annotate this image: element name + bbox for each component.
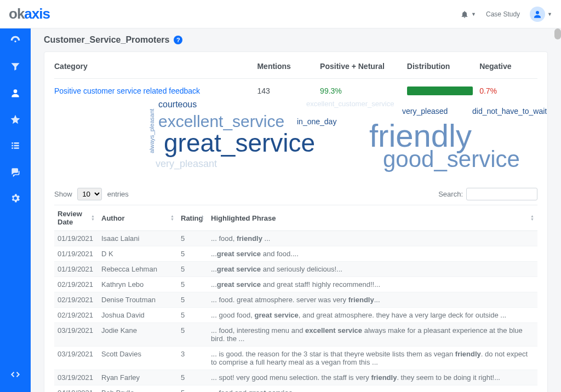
- table-row: 01/19/2021Rebecca Lehman5...great servic…: [54, 262, 537, 277]
- logo-part2: axis: [24, 5, 50, 22]
- category-link[interactable]: Positive customer service related feedba…: [54, 87, 200, 95]
- cell-phrase: ... food and great service...: [208, 385, 537, 393]
- th-mentions: Mentions: [257, 62, 290, 71]
- table-row: 01/19/2021D K5...great service and food.…: [54, 246, 537, 262]
- cell-rating: 5: [178, 262, 208, 277]
- cell-rating: 5: [178, 323, 208, 347]
- svg-point-0: [536, 11, 539, 14]
- caret-down-icon: ▼: [471, 11, 476, 17]
- wordcloud-term[interactable]: good_service: [383, 146, 520, 172]
- avatar-icon: [530, 7, 545, 22]
- svg-rect-3: [12, 142, 13, 144]
- th-author[interactable]: Author▲▼: [98, 205, 178, 231]
- cell-date: 03/19/2021: [54, 370, 98, 385]
- cell-phrase: ...great service and food....: [208, 246, 537, 262]
- table-row: 04/19/2021Bob Brullo5... food and great …: [54, 385, 537, 393]
- cell-rating: 5: [178, 292, 208, 308]
- scrollbar-thumb[interactable]: [554, 28, 561, 39]
- wordcloud-term[interactable]: in_one_day: [297, 117, 336, 126]
- page-title: Customer_Service_Promoters ?: [44, 35, 548, 45]
- wordcloud-term[interactable]: excellent_customer_service: [306, 100, 394, 108]
- table-row: 03/19/2021Jodie Kane5... food, interesti…: [54, 323, 537, 347]
- cell-date: 02/19/2021: [54, 277, 98, 292]
- table-row: 02/19/2021Denise Troutman5... food. grea…: [54, 292, 537, 308]
- svg-rect-7: [12, 147, 13, 149]
- reviews-table: Review Date▲▼ Author▲▼ Rating▲▼ Highligh…: [54, 205, 537, 392]
- wordcloud-term[interactable]: did_not_have_to_wait: [472, 107, 547, 116]
- cell-rating: 5: [178, 308, 208, 323]
- svg-rect-6: [14, 145, 19, 147]
- wordcloud-term[interactable]: very_pleased: [402, 107, 448, 116]
- table-row: 01/19/2021Isaac Lalani5... food, friendl…: [54, 231, 537, 246]
- wordcloud-term[interactable]: courteous: [158, 100, 197, 109]
- th-pos-neutral: Positive + Netural: [320, 62, 385, 71]
- user-menu[interactable]: ▼: [530, 7, 552, 22]
- th-review-date[interactable]: Review Date▲▼: [54, 205, 98, 231]
- wordcloud-term[interactable]: great_service: [164, 128, 315, 158]
- wordcloud-term[interactable]: always_pleasant: [148, 109, 155, 153]
- sort-icon: ▲▼: [201, 215, 204, 221]
- sidebar-dashboard[interactable]: [9, 34, 22, 47]
- cell-author: Denise Troutman: [98, 292, 178, 308]
- table-row: 02/19/2021Joshua David5... good food, gr…: [54, 308, 537, 323]
- wordcloud: courteousexcellent_customer_serviceexcel…: [54, 100, 537, 179]
- entries-select[interactable]: 10: [77, 188, 102, 200]
- table-row: 02/19/2021Kathryn Lebo5...great service …: [54, 277, 537, 292]
- th-phrase[interactable]: Highlighted Phrase▲▼: [208, 205, 537, 231]
- case-study-label: Case Study: [486, 10, 520, 18]
- svg-rect-4: [14, 142, 19, 144]
- sidebar-chat[interactable]: [9, 165, 22, 178]
- cell-phrase: ... spot! very good menu selection. the …: [208, 370, 537, 385]
- cell-date: 03/19/2021: [54, 323, 98, 347]
- cell-author: Joshua David: [98, 308, 178, 323]
- sidebar-code[interactable]: [9, 368, 22, 381]
- notifications-bell[interactable]: ▼: [460, 10, 476, 19]
- negative-value: 0.7%: [479, 87, 497, 95]
- cell-date: 03/19/2021: [54, 347, 98, 370]
- category-row: Positive customer service related feedba…: [54, 79, 537, 96]
- cell-phrase: ... is good. the reason for the 3 star i…: [208, 347, 537, 370]
- sidebar: [0, 0, 31, 392]
- cell-phrase: ... food, interesting menu and excellent…: [208, 323, 537, 347]
- svg-point-2: [14, 89, 18, 93]
- positive-value: 99.3%: [320, 87, 342, 95]
- help-icon[interactable]: ?: [174, 36, 182, 44]
- th-distribution: Distribution: [407, 62, 450, 71]
- sidebar-list[interactable]: [9, 139, 22, 152]
- search-label: Search:: [438, 190, 463, 198]
- svg-point-1: [14, 41, 16, 42]
- sidebar-filter[interactable]: [9, 60, 22, 73]
- cell-author: Ryan Farley: [98, 370, 178, 385]
- cell-author: Rebecca Lehman: [98, 262, 178, 277]
- entries-selector: Show 10 entries: [54, 188, 129, 200]
- table-row: 03/19/2021Ryan Farley5... spot! very goo…: [54, 370, 537, 385]
- entries-label: entries: [107, 190, 129, 198]
- sidebar-users[interactable]: [9, 87, 22, 100]
- cell-phrase: ... good food, great service, and great …: [208, 308, 537, 323]
- cell-author: Kathryn Lebo: [98, 277, 178, 292]
- cell-author: Bob Brullo: [98, 385, 178, 393]
- topbar: okaxis ▼ Case Study ▼: [0, 0, 561, 28]
- th-rating[interactable]: Rating▲▼: [178, 205, 208, 231]
- brand-logo[interactable]: okaxis: [9, 5, 50, 22]
- cell-date: 01/19/2021: [54, 246, 98, 262]
- cell-phrase: ...great service and great staff! highly…: [208, 277, 537, 292]
- bell-icon: [460, 10, 469, 19]
- cell-rating: 5: [178, 385, 208, 393]
- cell-phrase: ...great service and seriously delicious…: [208, 262, 537, 277]
- th-negative: Negative: [479, 62, 511, 71]
- main-content: Customer_Service_Promoters ? Category Me…: [31, 0, 561, 392]
- sort-icon: ▲▼: [530, 215, 534, 221]
- search-input[interactable]: [466, 188, 537, 200]
- cell-rating: 5: [178, 277, 208, 292]
- cell-author: D K: [98, 246, 178, 262]
- distribution-bar: [407, 87, 473, 95]
- cell-phrase: ... food. great atmosphere. server was v…: [208, 292, 537, 308]
- sidebar-star[interactable]: [9, 113, 22, 126]
- cell-rating: 5: [178, 370, 208, 385]
- mentions-value: 143: [257, 87, 270, 95]
- wordcloud-term[interactable]: very_pleasant: [156, 158, 217, 170]
- cell-date: 02/19/2021: [54, 292, 98, 308]
- cell-author: Jodie Kane: [98, 323, 178, 347]
- sidebar-settings[interactable]: [9, 192, 22, 205]
